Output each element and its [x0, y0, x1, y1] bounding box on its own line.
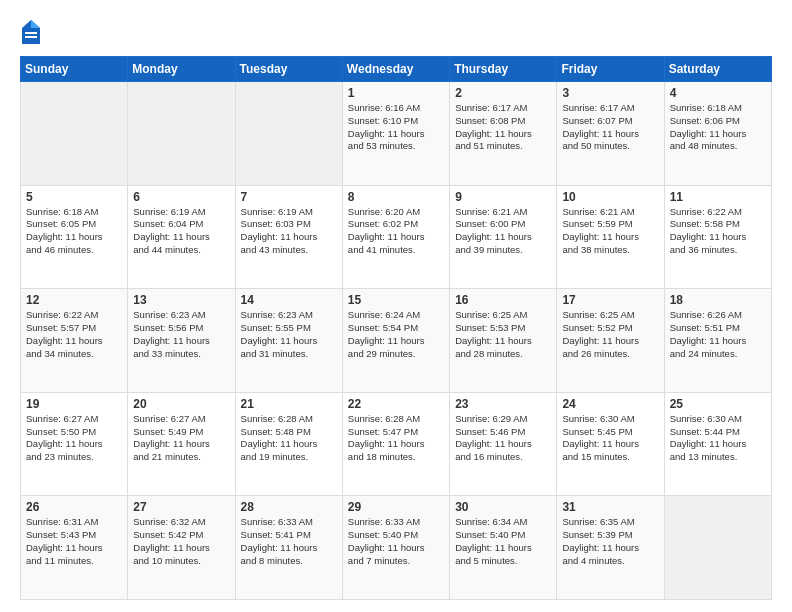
header: [20, 18, 772, 46]
calendar-cell: 27Sunrise: 6:32 AM Sunset: 5:42 PM Dayli…: [128, 496, 235, 600]
day-number: 19: [26, 397, 122, 411]
day-number: 7: [241, 190, 337, 204]
day-info: Sunrise: 6:23 AM Sunset: 5:55 PM Dayligh…: [241, 309, 337, 360]
day-info: Sunrise: 6:30 AM Sunset: 5:45 PM Dayligh…: [562, 413, 658, 464]
calendar-cell: 21Sunrise: 6:28 AM Sunset: 5:48 PM Dayli…: [235, 392, 342, 496]
day-number: 15: [348, 293, 444, 307]
day-number: 18: [670, 293, 766, 307]
day-number: 10: [562, 190, 658, 204]
calendar-week-row: 1Sunrise: 6:16 AM Sunset: 6:10 PM Daylig…: [21, 82, 772, 186]
day-info: Sunrise: 6:33 AM Sunset: 5:40 PM Dayligh…: [348, 516, 444, 567]
calendar-cell: 16Sunrise: 6:25 AM Sunset: 5:53 PM Dayli…: [450, 289, 557, 393]
calendar-cell: 6Sunrise: 6:19 AM Sunset: 6:04 PM Daylig…: [128, 185, 235, 289]
day-number: 29: [348, 500, 444, 514]
day-info: Sunrise: 6:17 AM Sunset: 6:07 PM Dayligh…: [562, 102, 658, 153]
day-info: Sunrise: 6:25 AM Sunset: 5:53 PM Dayligh…: [455, 309, 551, 360]
day-number: 12: [26, 293, 122, 307]
day-info: Sunrise: 6:27 AM Sunset: 5:50 PM Dayligh…: [26, 413, 122, 464]
day-info: Sunrise: 6:28 AM Sunset: 5:47 PM Dayligh…: [348, 413, 444, 464]
svg-rect-3: [25, 36, 37, 38]
calendar-header-row: SundayMondayTuesdayWednesdayThursdayFrid…: [21, 57, 772, 82]
day-info: Sunrise: 6:18 AM Sunset: 6:05 PM Dayligh…: [26, 206, 122, 257]
page: SundayMondayTuesdayWednesdayThursdayFrid…: [0, 0, 792, 612]
day-number: 14: [241, 293, 337, 307]
logo: [20, 18, 46, 46]
day-info: Sunrise: 6:35 AM Sunset: 5:39 PM Dayligh…: [562, 516, 658, 567]
day-number: 13: [133, 293, 229, 307]
calendar-header-cell: Monday: [128, 57, 235, 82]
day-number: 21: [241, 397, 337, 411]
calendar-header-cell: Friday: [557, 57, 664, 82]
day-number: 27: [133, 500, 229, 514]
day-number: 3: [562, 86, 658, 100]
calendar-header-cell: Thursday: [450, 57, 557, 82]
day-info: Sunrise: 6:22 AM Sunset: 5:58 PM Dayligh…: [670, 206, 766, 257]
day-info: Sunrise: 6:22 AM Sunset: 5:57 PM Dayligh…: [26, 309, 122, 360]
day-number: 20: [133, 397, 229, 411]
day-info: Sunrise: 6:24 AM Sunset: 5:54 PM Dayligh…: [348, 309, 444, 360]
day-number: 2: [455, 86, 551, 100]
day-number: 31: [562, 500, 658, 514]
calendar-table: SundayMondayTuesdayWednesdayThursdayFrid…: [20, 56, 772, 600]
day-number: 16: [455, 293, 551, 307]
calendar-week-row: 5Sunrise: 6:18 AM Sunset: 6:05 PM Daylig…: [21, 185, 772, 289]
day-number: 24: [562, 397, 658, 411]
day-info: Sunrise: 6:23 AM Sunset: 5:56 PM Dayligh…: [133, 309, 229, 360]
calendar-cell: 23Sunrise: 6:29 AM Sunset: 5:46 PM Dayli…: [450, 392, 557, 496]
day-info: Sunrise: 6:18 AM Sunset: 6:06 PM Dayligh…: [670, 102, 766, 153]
calendar-cell: 4Sunrise: 6:18 AM Sunset: 6:06 PM Daylig…: [664, 82, 771, 186]
calendar-cell: 17Sunrise: 6:25 AM Sunset: 5:52 PM Dayli…: [557, 289, 664, 393]
day-info: Sunrise: 6:21 AM Sunset: 6:00 PM Dayligh…: [455, 206, 551, 257]
calendar-cell: 7Sunrise: 6:19 AM Sunset: 6:03 PM Daylig…: [235, 185, 342, 289]
calendar-cell: [128, 82, 235, 186]
calendar-cell: 13Sunrise: 6:23 AM Sunset: 5:56 PM Dayli…: [128, 289, 235, 393]
day-number: 8: [348, 190, 444, 204]
logo-icon: [20, 18, 42, 46]
calendar-cell: 25Sunrise: 6:30 AM Sunset: 5:44 PM Dayli…: [664, 392, 771, 496]
calendar-header-cell: Tuesday: [235, 57, 342, 82]
calendar-cell: 29Sunrise: 6:33 AM Sunset: 5:40 PM Dayli…: [342, 496, 449, 600]
calendar-cell: 19Sunrise: 6:27 AM Sunset: 5:50 PM Dayli…: [21, 392, 128, 496]
calendar-cell: 26Sunrise: 6:31 AM Sunset: 5:43 PM Dayli…: [21, 496, 128, 600]
day-info: Sunrise: 6:17 AM Sunset: 6:08 PM Dayligh…: [455, 102, 551, 153]
calendar-cell: 12Sunrise: 6:22 AM Sunset: 5:57 PM Dayli…: [21, 289, 128, 393]
calendar-cell: 11Sunrise: 6:22 AM Sunset: 5:58 PM Dayli…: [664, 185, 771, 289]
day-info: Sunrise: 6:31 AM Sunset: 5:43 PM Dayligh…: [26, 516, 122, 567]
day-info: Sunrise: 6:27 AM Sunset: 5:49 PM Dayligh…: [133, 413, 229, 464]
calendar-cell: 3Sunrise: 6:17 AM Sunset: 6:07 PM Daylig…: [557, 82, 664, 186]
calendar-cell: [21, 82, 128, 186]
calendar-cell: 9Sunrise: 6:21 AM Sunset: 6:00 PM Daylig…: [450, 185, 557, 289]
svg-rect-2: [25, 32, 37, 34]
calendar-week-row: 19Sunrise: 6:27 AM Sunset: 5:50 PM Dayli…: [21, 392, 772, 496]
calendar-cell: 2Sunrise: 6:17 AM Sunset: 6:08 PM Daylig…: [450, 82, 557, 186]
day-info: Sunrise: 6:33 AM Sunset: 5:41 PM Dayligh…: [241, 516, 337, 567]
calendar-body: 1Sunrise: 6:16 AM Sunset: 6:10 PM Daylig…: [21, 82, 772, 600]
calendar-cell: 1Sunrise: 6:16 AM Sunset: 6:10 PM Daylig…: [342, 82, 449, 186]
calendar-cell: 8Sunrise: 6:20 AM Sunset: 6:02 PM Daylig…: [342, 185, 449, 289]
day-info: Sunrise: 6:20 AM Sunset: 6:02 PM Dayligh…: [348, 206, 444, 257]
day-info: Sunrise: 6:19 AM Sunset: 6:03 PM Dayligh…: [241, 206, 337, 257]
calendar-cell: 24Sunrise: 6:30 AM Sunset: 5:45 PM Dayli…: [557, 392, 664, 496]
day-number: 30: [455, 500, 551, 514]
day-info: Sunrise: 6:32 AM Sunset: 5:42 PM Dayligh…: [133, 516, 229, 567]
svg-marker-1: [31, 20, 40, 28]
day-info: Sunrise: 6:25 AM Sunset: 5:52 PM Dayligh…: [562, 309, 658, 360]
day-info: Sunrise: 6:26 AM Sunset: 5:51 PM Dayligh…: [670, 309, 766, 360]
calendar-cell: 30Sunrise: 6:34 AM Sunset: 5:40 PM Dayli…: [450, 496, 557, 600]
day-info: Sunrise: 6:21 AM Sunset: 5:59 PM Dayligh…: [562, 206, 658, 257]
day-number: 11: [670, 190, 766, 204]
day-number: 4: [670, 86, 766, 100]
day-info: Sunrise: 6:16 AM Sunset: 6:10 PM Dayligh…: [348, 102, 444, 153]
day-number: 28: [241, 500, 337, 514]
day-number: 23: [455, 397, 551, 411]
day-number: 6: [133, 190, 229, 204]
day-info: Sunrise: 6:28 AM Sunset: 5:48 PM Dayligh…: [241, 413, 337, 464]
calendar-week-row: 26Sunrise: 6:31 AM Sunset: 5:43 PM Dayli…: [21, 496, 772, 600]
calendar-cell: 31Sunrise: 6:35 AM Sunset: 5:39 PM Dayli…: [557, 496, 664, 600]
calendar-cell: 28Sunrise: 6:33 AM Sunset: 5:41 PM Dayli…: [235, 496, 342, 600]
calendar-header-cell: Saturday: [664, 57, 771, 82]
calendar-header-cell: Wednesday: [342, 57, 449, 82]
calendar-week-row: 12Sunrise: 6:22 AM Sunset: 5:57 PM Dayli…: [21, 289, 772, 393]
day-number: 17: [562, 293, 658, 307]
calendar-cell: 10Sunrise: 6:21 AM Sunset: 5:59 PM Dayli…: [557, 185, 664, 289]
